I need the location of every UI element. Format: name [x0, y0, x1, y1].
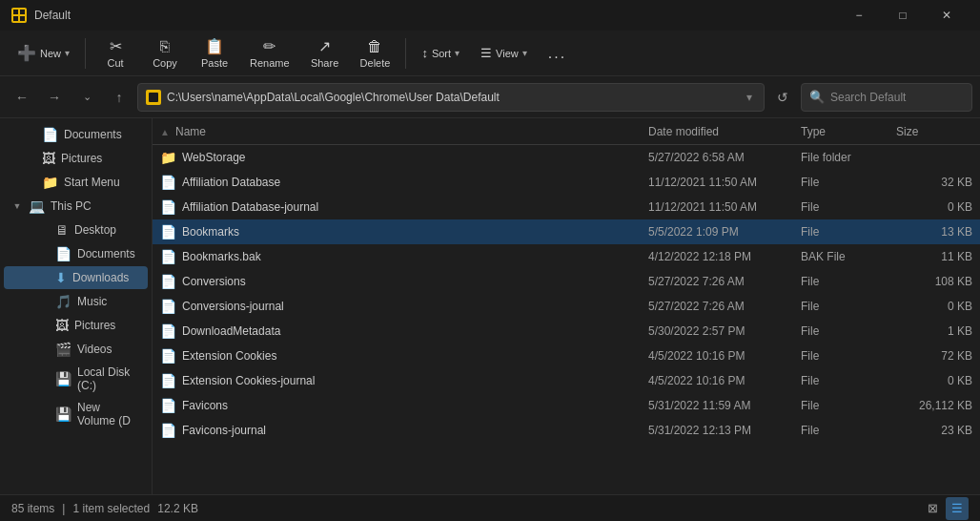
- file-date: 11/12/2021 11:50 AM: [648, 176, 801, 189]
- file-name-text: Bookmarks: [182, 225, 239, 239]
- file-date: 5/27/2022 7:26 AM: [648, 275, 801, 288]
- rename-button[interactable]: ✏ Rename: [240, 34, 299, 73]
- file-list: 📁WebStorage5/27/2022 6:58 AMFile folder📄…: [153, 145, 980, 494]
- sort-button[interactable]: ↕︎ Sort ▾: [412, 34, 469, 73]
- file-icon: 📄: [160, 249, 176, 264]
- sidebar-item-pictures[interactable]: 🖼Pictures: [4, 147, 148, 170]
- table-row[interactable]: 📄Bookmarks.bak4/12/2022 12:18 PMBAK File…: [153, 244, 980, 269]
- table-row[interactable]: 📄Conversions5/27/2022 7:26 AMFile108 KB: [153, 269, 980, 294]
- item-count: 85 items: [11, 502, 54, 515]
- up-button[interactable]: ↑: [105, 83, 133, 112]
- local-disk-label: Local Disk (C:): [77, 365, 140, 392]
- address-text: C:\Users\name\AppData\Local\Google\Chrom…: [167, 91, 737, 104]
- sidebar-expand-this-pc[interactable]: ▼: [11, 200, 23, 212]
- sidebar-item-start-menu[interactable]: 📁Start Menu: [4, 171, 148, 194]
- refresh-button[interactable]: ↺: [768, 83, 797, 112]
- cut-button[interactable]: ✂ Cut: [92, 34, 139, 73]
- toolbar: ➕ New ▾ ✂ Cut ⎘ Copy 📋 Paste ✏ Rename ↗ …: [0, 31, 980, 76]
- toolbar-separator-2: [405, 38, 406, 69]
- file-date: 5/31/2022 11:59 AM: [648, 399, 801, 412]
- recent-button[interactable]: ⌄: [72, 83, 101, 112]
- table-row[interactable]: 📄Favicons-journal5/31/2022 12:13 PMFile2…: [153, 418, 980, 443]
- app-icon: [11, 8, 27, 23]
- table-row[interactable]: 📄Affiliation Database11/12/2021 11:50 AM…: [153, 170, 980, 195]
- new-volume-icon: 💾: [55, 406, 71, 422]
- file-size: 32 KB: [896, 176, 972, 189]
- toolbar-separator-1: [85, 38, 86, 69]
- sidebar-item-documents2[interactable]: 📄Documents: [4, 242, 148, 265]
- sidebar-item-desktop[interactable]: 🖥Desktop: [4, 219, 148, 241]
- table-row[interactable]: 📄Affiliation Database-journal11/12/2021 …: [153, 195, 980, 219]
- search-box[interactable]: 🔍: [801, 83, 972, 112]
- file-name-cell: 📄Bookmarks.bak: [160, 249, 648, 264]
- address-bar[interactable]: C:\Users\name\AppData\Local\Google\Chrom…: [137, 83, 765, 112]
- col-size-header[interactable]: Size: [896, 125, 972, 138]
- sidebar-item-local-disk[interactable]: 💾Local Disk (C:): [4, 362, 148, 396]
- file-area: ▲ Name Date modified Type Size 📁WebStora…: [153, 118, 980, 494]
- videos-label: Videos: [77, 343, 112, 356]
- file-name-text: Extension Cookies: [182, 349, 276, 363]
- svg-rect-3: [20, 16, 25, 21]
- view-button[interactable]: ☰ View ▾: [471, 34, 537, 73]
- address-dropdown[interactable]: ▾: [743, 89, 756, 106]
- col-date-header[interactable]: Date modified: [648, 125, 801, 138]
- list-view-button[interactable]: ☰: [946, 497, 969, 520]
- file-size: 108 KB: [896, 275, 972, 288]
- sidebar-item-downloads[interactable]: ⬇Downloads: [4, 266, 148, 289]
- sidebar-item-videos[interactable]: 🎬Videos: [4, 338, 148, 361]
- folder-icon: [146, 90, 161, 105]
- back-button[interactable]: ←: [8, 83, 36, 112]
- file-date: 4/12/2022 12:18 PM: [648, 250, 801, 263]
- table-row[interactable]: 📄Conversions-journal5/27/2022 7:26 AMFil…: [153, 294, 980, 319]
- paste-button[interactable]: 📋 Paste: [191, 34, 238, 73]
- more-button[interactable]: ...: [539, 34, 576, 73]
- documents-label: Documents: [64, 128, 122, 141]
- forward-button[interactable]: →: [40, 83, 69, 112]
- selected-size: 12.2 KB: [157, 502, 198, 515]
- window-title: Default: [34, 9, 837, 22]
- file-name-text: Bookmarks.bak: [182, 250, 261, 263]
- sidebar-item-new-volume[interactable]: 💾New Volume (D: [4, 397, 148, 431]
- details-view-button[interactable]: ⊠: [921, 497, 944, 520]
- sidebar-item-documents[interactable]: 📄Documents: [4, 123, 148, 146]
- documents2-label: Documents: [77, 247, 135, 260]
- table-row[interactable]: 📄Favicons5/31/2022 11:59 AMFile26,112 KB: [153, 393, 980, 418]
- svg-rect-1: [20, 10, 25, 14]
- copy-icon: ⎘: [160, 38, 170, 55]
- sidebar-item-this-pc[interactable]: ▼💻This PC: [4, 195, 148, 218]
- pictures-label: Pictures: [61, 152, 102, 165]
- file-size: 13 KB: [896, 225, 972, 239]
- file-type: BAK File: [801, 250, 896, 263]
- pictures-icon: 🖼: [42, 151, 55, 166]
- table-row[interactable]: 📁WebStorage5/27/2022 6:58 AMFile folder: [153, 145, 980, 170]
- file-name-cell: 📄Favicons-journal: [160, 423, 648, 438]
- table-row[interactable]: 📄DownloadMetadata5/30/2022 2:57 PMFile1 …: [153, 319, 980, 344]
- minimize-button[interactable]: −: [837, 0, 881, 31]
- selected-info: 1 item selected: [72, 502, 150, 515]
- maximize-button[interactable]: □: [881, 0, 925, 31]
- close-button[interactable]: ✕: [925, 0, 969, 31]
- file-name-text: Extension Cookies-journal: [182, 374, 315, 387]
- status-bar: 85 items | 1 item selected 12.2 KB ⊠ ☰: [0, 494, 980, 521]
- col-type-header[interactable]: Type: [801, 125, 896, 138]
- share-button[interactable]: ↗ Share: [301, 34, 349, 73]
- file-name-cell: 📄Bookmarks: [160, 224, 648, 240]
- table-row[interactable]: 📄Extension Cookies4/5/2022 10:16 PMFile7…: [153, 344, 980, 368]
- file-type: File: [801, 324, 896, 338]
- copy-button[interactable]: ⎘ Copy: [141, 34, 189, 73]
- downloads-icon: ⬇: [55, 270, 67, 285]
- title-bar: Default − □ ✕: [0, 0, 980, 31]
- sidebar-item-music[interactable]: 🎵Music: [4, 290, 148, 313]
- file-name-cell: 📄Conversions: [160, 274, 648, 289]
- table-row[interactable]: 📄Extension Cookies-journal4/5/2022 10:16…: [153, 368, 980, 393]
- col-name-header[interactable]: Name: [175, 125, 648, 138]
- file-name-text: Favicons-journal: [182, 424, 266, 437]
- delete-button[interactable]: 🗑 Delete: [351, 34, 400, 73]
- new-button[interactable]: ➕ New ▾: [8, 34, 79, 73]
- table-row[interactable]: 📄Bookmarks5/5/2022 1:09 PMFile13 KB: [153, 219, 980, 244]
- svg-rect-2: [13, 16, 18, 21]
- file-date: 5/27/2022 7:26 AM: [648, 300, 801, 313]
- search-input[interactable]: [830, 91, 964, 104]
- sidebar-item-pictures2[interactable]: 🖼Pictures: [4, 314, 148, 337]
- search-icon: 🔍: [809, 90, 825, 104]
